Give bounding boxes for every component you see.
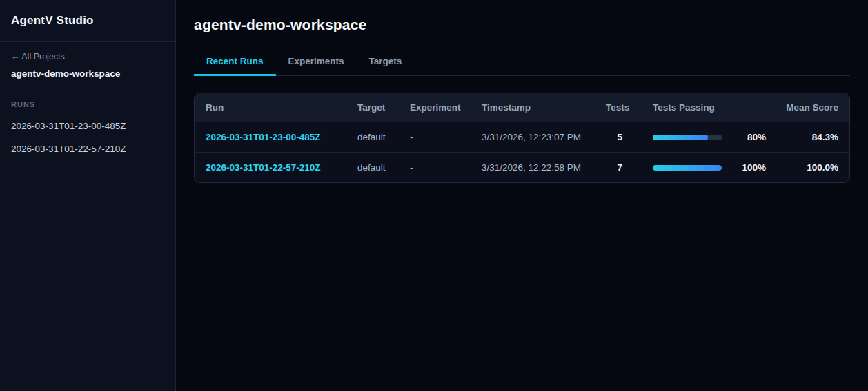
sidebar-runs-section: RUNS 2026-03-31T01-23-00-485Z 2026-03-31… — [0, 90, 175, 164]
sidebar-workspace-name: agentv-demo-workspace — [11, 68, 164, 79]
tests-passing-percent: 100% — [731, 162, 766, 173]
timestamp-cell: 3/31/2026, 12:23:07 PM — [473, 122, 598, 153]
run-link[interactable]: 2026-03-31T01-23-00-485Z — [206, 132, 321, 142]
tests-count-cell: 5 — [598, 122, 631, 153]
tests-passing-progress-track — [653, 135, 722, 140]
target-cell: default — [349, 153, 402, 183]
sidebar-project-section: ← All Projects agentv-demo-workspace — [0, 42, 175, 90]
column-header-timestamp: Timestamp — [473, 93, 598, 122]
tab-bar: Recent Runs Experiments Targets — [194, 50, 850, 76]
table-row: 2026-03-31T01-22-57-210Z default - 3/31/… — [195, 153, 849, 183]
sidebar-run-item[interactable]: 2026-03-31T01-22-57-210Z — [11, 144, 164, 154]
tab-experiments[interactable]: Experiments — [276, 50, 357, 76]
tests-passing-progress-fill — [653, 135, 708, 140]
runs-table-card: Run Target Experiment Timestamp Tests Te… — [194, 93, 850, 183]
column-header-tests-passing: Tests Passing — [631, 93, 774, 122]
tests-passing-progress-track — [653, 165, 722, 171]
experiment-cell: - — [402, 153, 473, 183]
column-header-tests: Tests — [598, 93, 631, 122]
sidebar-run-item[interactable]: 2026-03-31T01-23-00-485Z — [11, 121, 164, 131]
table-header-row: Run Target Experiment Timestamp Tests Te… — [195, 93, 849, 122]
mean-score-cell: 84.3% — [774, 122, 849, 153]
tests-passing-cell: 80% — [631, 122, 774, 153]
run-link[interactable]: 2026-03-31T01-22-57-210Z — [206, 162, 321, 173]
runs-table: Run Target Experiment Timestamp Tests Te… — [195, 93, 849, 182]
mean-score-cell: 100.0% — [774, 153, 849, 183]
column-header-mean-score: Mean Score — [774, 93, 849, 122]
timestamp-cell: 3/31/2026, 12:22:58 PM — [473, 153, 598, 183]
column-header-experiment: Experiment — [402, 93, 473, 122]
all-projects-back-link[interactable]: ← All Projects — [11, 52, 164, 61]
tests-passing-cell: 100% — [631, 153, 774, 183]
experiment-cell: - — [402, 122, 473, 153]
tab-targets[interactable]: Targets — [357, 50, 415, 76]
tab-recent-runs[interactable]: Recent Runs — [194, 50, 276, 76]
app-title: AgentV Studio — [11, 14, 94, 28]
sidebar-header: AgentV Studio — [0, 0, 175, 42]
sidebar: AgentV Studio ← All Projects agentv-demo… — [0, 0, 176, 391]
page-title: agentv-demo-workspace — [194, 17, 850, 33]
column-header-target: Target — [349, 93, 402, 122]
tests-count-cell: 7 — [598, 153, 631, 183]
tests-passing-progress-fill — [653, 165, 722, 171]
main-content: agentv-demo-workspace Recent Runs Experi… — [176, 0, 868, 391]
target-cell: default — [349, 122, 402, 153]
tests-passing-percent: 80% — [731, 132, 766, 142]
runs-section-label: RUNS — [11, 100, 164, 108]
column-header-run: Run — [195, 93, 349, 122]
table-row: 2026-03-31T01-23-00-485Z default - 3/31/… — [195, 122, 849, 153]
